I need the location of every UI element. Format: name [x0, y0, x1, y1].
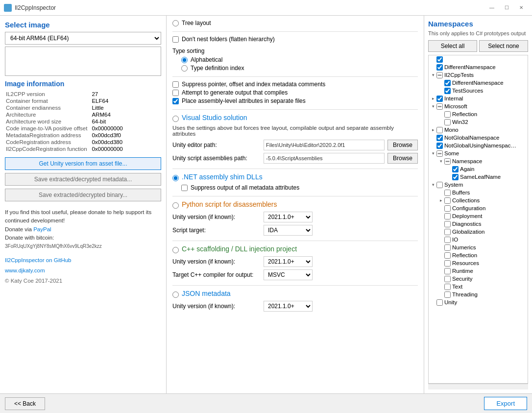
- tree-item[interactable]: [429, 55, 528, 63]
- tree-item[interactable]: IO: [429, 236, 528, 243]
- tree-expand-icon[interactable]: ▾: [430, 181, 436, 188]
- type-def-radio[interactable]: [181, 65, 188, 72]
- close-button[interactable]: ✕: [514, 3, 528, 13]
- tree-checkbox[interactable]: [444, 229, 451, 235]
- tree-item[interactable]: SameLeafName: [429, 173, 528, 181]
- attempt-compile-checkbox[interactable]: [172, 90, 179, 96]
- type-def-radio-label[interactable]: Type definition index: [181, 65, 418, 72]
- tree-item[interactable]: NotGlobalNamespace: [429, 134, 528, 142]
- github-link[interactable]: Il2CppInspector on GitHub: [5, 257, 72, 263]
- ns-hscrollbar[interactable]: [428, 384, 528, 389]
- tree-checkbox[interactable]: [436, 143, 443, 149]
- tree-checkbox[interactable]: [444, 276, 451, 282]
- flatten-checkbox[interactable]: [172, 36, 179, 43]
- tree-item[interactable]: ▾Some: [429, 149, 528, 157]
- tree-checkbox[interactable]: [444, 205, 451, 212]
- tree-expand-icon[interactable]: ▾: [437, 158, 444, 165]
- suppress-attrs-label[interactable]: Suppress output of all metadata attribut…: [181, 184, 418, 191]
- attempt-compile-label[interactable]: Attempt to generate output that compiles: [172, 89, 418, 96]
- tree-checkbox[interactable]: [444, 260, 451, 267]
- tree-checkbox[interactable]: [444, 221, 451, 227]
- json-radio-label[interactable]: JSON metadata: [172, 290, 418, 299]
- net-radio-label[interactable]: .NET assembly shim DLLs: [172, 173, 418, 183]
- tree-item[interactable]: NotGlobalUsingNamespac…: [429, 142, 528, 149]
- tree-item[interactable]: Configuration: [429, 204, 528, 212]
- tree-checkbox[interactable]: [444, 80, 451, 86]
- select-all-button[interactable]: Select all: [428, 40, 477, 52]
- image-text-area[interactable]: [5, 47, 161, 76]
- tree-item[interactable]: ▸Mono: [429, 126, 528, 134]
- unity-script-browse-button[interactable]: Browse: [387, 153, 418, 164]
- maximize-button[interactable]: ☐: [500, 3, 513, 13]
- tree-checkbox[interactable]: [436, 103, 443, 110]
- alphabetical-radio[interactable]: [181, 57, 188, 63]
- tree-checkbox[interactable]: [436, 72, 443, 78]
- tree-item[interactable]: Runtime: [429, 267, 528, 275]
- tree-item[interactable]: DifferentNamespace: [429, 63, 528, 71]
- json-unity-version-select[interactable]: 2021.1.0+: [264, 301, 313, 312]
- suppress-attrs-checkbox[interactable]: [181, 185, 188, 191]
- tree-expand-icon[interactable]: ▸: [430, 95, 436, 102]
- tree-expand-icon[interactable]: ▾: [430, 103, 436, 110]
- export-button[interactable]: Export: [484, 397, 527, 410]
- unity-editor-input[interactable]: [264, 140, 385, 150]
- script-target-select[interactable]: IDA: [264, 225, 313, 236]
- tree-item[interactable]: Again: [429, 165, 528, 173]
- cpp-radio-label[interactable]: C++ scaffolding / DLL injection project: [172, 245, 418, 255]
- tree-item[interactable]: Reflection: [429, 251, 528, 259]
- python-radio[interactable]: [172, 202, 179, 209]
- tree-item[interactable]: Deployment: [429, 212, 528, 220]
- image-dropdown[interactable]: 64-bit ARM64 (ELF64): [5, 32, 161, 45]
- tree-checkbox[interactable]: [444, 197, 451, 204]
- tree-layout-radio-label[interactable]: Tree layout: [172, 20, 418, 26]
- tree-checkbox[interactable]: [436, 96, 443, 102]
- tree-expand-icon[interactable]: ▾: [430, 72, 436, 78]
- tree-expand-icon[interactable]: ▾: [430, 150, 436, 157]
- tree-item[interactable]: Globalization: [429, 228, 528, 236]
- place-attrs-checkbox[interactable]: [172, 98, 179, 104]
- get-unity-version-button[interactable]: Get Unity version from asset file...: [5, 157, 161, 170]
- tree-item[interactable]: ▾Microsoft: [429, 102, 528, 110]
- tree-checkbox[interactable]: [436, 299, 443, 306]
- vs-radio[interactable]: [172, 116, 179, 122]
- website-link[interactable]: www.djkaty.com: [5, 267, 45, 273]
- tree-item[interactable]: TestSources: [429, 87, 528, 95]
- tree-checkbox[interactable]: [444, 292, 451, 298]
- place-attrs-label[interactable]: Place assembly-level attributes in separ…: [172, 97, 418, 104]
- tree-item[interactable]: ▾System: [429, 181, 528, 189]
- python-unity-version-select[interactable]: 2021.1.0+: [264, 212, 313, 222]
- alphabetical-radio-label[interactable]: Alphabetical: [181, 56, 418, 63]
- tree-checkbox[interactable]: [444, 213, 451, 219]
- tree-item[interactable]: Threading: [429, 291, 528, 298]
- python-radio-label[interactable]: Python script for disassemblers: [172, 200, 418, 210]
- tree-checkbox[interactable]: [444, 190, 451, 196]
- tree-item[interactable]: Resources: [429, 259, 528, 267]
- minimize-button[interactable]: —: [485, 3, 499, 13]
- tree-item[interactable]: Reflection: [429, 110, 528, 118]
- tree-item[interactable]: DifferentNamespace: [429, 79, 528, 87]
- tree-checkbox[interactable]: [444, 119, 451, 125]
- tree-checkbox[interactable]: [444, 158, 451, 165]
- tree-checkbox[interactable]: [444, 252, 451, 259]
- tree-item[interactable]: Win32: [429, 118, 528, 126]
- tree-checkbox[interactable]: [444, 268, 451, 274]
- tree-item[interactable]: ▸Internal: [429, 95, 528, 102]
- tree-checkbox[interactable]: [452, 166, 459, 172]
- tree-checkbox[interactable]: [436, 56, 443, 63]
- unity-script-input[interactable]: [264, 153, 385, 164]
- tree-checkbox[interactable]: [444, 244, 451, 251]
- cpp-compiler-select[interactable]: MSVC: [264, 269, 313, 280]
- tree-item[interactable]: Numerics: [429, 243, 528, 251]
- tree-checkbox[interactable]: [436, 182, 443, 188]
- net-radio[interactable]: [172, 175, 179, 181]
- tree-item[interactable]: Buffers: [429, 189, 528, 196]
- tree-item[interactable]: Diagnostics: [429, 220, 528, 228]
- save-metadata-button[interactable]: Save extracted/decrypted metadata...: [5, 173, 161, 186]
- tree-item[interactable]: ▾Namespace: [429, 157, 528, 165]
- unity-editor-browse-button[interactable]: Browse: [387, 140, 418, 150]
- tree-item[interactable]: Unity: [429, 298, 528, 306]
- tree-checkbox[interactable]: [452, 174, 459, 180]
- tree-item[interactable]: Security: [429, 275, 528, 283]
- cpp-radio[interactable]: [172, 247, 179, 253]
- tree-checkbox[interactable]: [436, 127, 443, 133]
